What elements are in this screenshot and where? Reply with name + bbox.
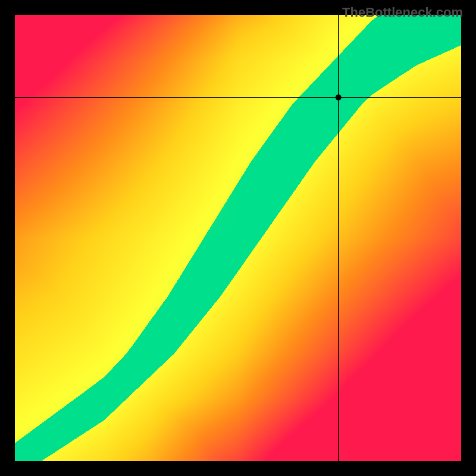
chart-root: TheBottleneck.com bbox=[0, 0, 476, 476]
plot-area bbox=[15, 15, 461, 461]
watermark-text: TheBottleneck.com bbox=[342, 5, 463, 20]
heatmap-canvas bbox=[15, 15, 461, 461]
